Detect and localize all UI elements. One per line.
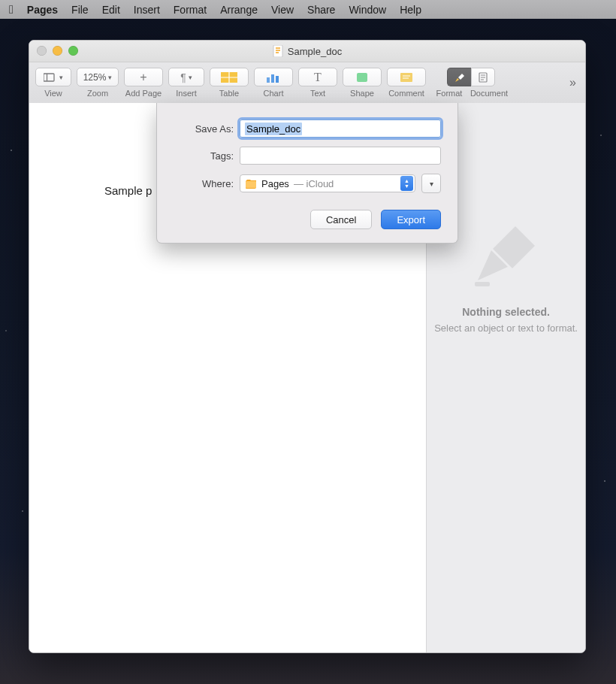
toolbar-document-button[interactable] <box>471 68 495 86</box>
toolbar-chart-button[interactable] <box>254 68 293 86</box>
window-title-text: Sample_doc <box>288 46 342 57</box>
menu-share[interactable]: Share <box>307 4 335 16</box>
folder-icon <box>245 179 257 189</box>
toolbar-comment-button[interactable] <box>387 68 426 86</box>
paintbrush-icon <box>454 72 466 83</box>
window-controls <box>37 46 78 56</box>
svg-rect-17 <box>475 282 490 286</box>
svg-rect-18 <box>246 181 256 188</box>
chevron-down-icon: ▾ <box>189 74 192 81</box>
menu-arrange[interactable]: Arrange <box>220 4 258 16</box>
toolbar-add-page-label: Add Page <box>125 89 162 98</box>
toolbar-view-label: View <box>44 89 62 98</box>
svg-rect-9 <box>357 73 367 82</box>
popup-arrows-icon: ▲▼ <box>400 176 413 191</box>
table-icon <box>221 72 237 83</box>
svg-rect-8 <box>276 76 279 83</box>
toolbar: ▾ View 125% ▾ Zoom + Add Page ¶ ▾ Insert <box>29 62 585 105</box>
menu-insert[interactable]: Insert <box>134 4 160 16</box>
menu-edit[interactable]: Edit <box>102 4 120 16</box>
svg-rect-0 <box>273 45 282 57</box>
menu-format[interactable]: Format <box>174 4 207 16</box>
document-text: Sample p <box>104 184 152 197</box>
brush-placeholder-icon <box>470 220 542 292</box>
app-menu[interactable]: Pages <box>27 4 58 16</box>
save-as-value: Sample_doc <box>245 123 302 135</box>
shape-icon <box>356 72 368 83</box>
toolbar-format-label: Format <box>431 89 467 98</box>
toolbar-table-label: Table <box>219 89 239 98</box>
toolbar-view-button[interactable]: ▾ <box>35 68 71 86</box>
text-icon: T <box>314 71 322 84</box>
system-menubar:  Pages File Edit Insert Format Arrange … <box>0 0 616 19</box>
toolbar-format-button[interactable] <box>447 68 471 86</box>
window-title: Sample_doc <box>273 45 342 57</box>
toolbar-overflow-button[interactable]: » <box>566 76 579 89</box>
document-icon <box>479 72 488 83</box>
toolbar-text-label: Text <box>310 89 325 98</box>
toolbar-document-label: Document <box>467 89 511 98</box>
document-icon <box>273 45 283 57</box>
save-sheet: Save As: Sample_doc Tags: Where: Pages —… <box>156 103 458 244</box>
expand-save-panel-button[interactable]: ▾ <box>421 174 441 193</box>
save-as-label: Save As: <box>174 123 234 135</box>
pilcrow-icon: ¶ <box>180 71 186 83</box>
chart-icon <box>265 72 282 83</box>
svg-rect-10 <box>400 73 412 82</box>
toolbar-comment-label: Comment <box>388 89 424 98</box>
svg-rect-6 <box>267 77 270 83</box>
where-location-suffix: — iCloud <box>294 178 334 189</box>
window-minimize-button[interactable] <box>53 46 62 56</box>
zoom-value: 125% <box>83 72 107 83</box>
toolbar-chart-label: Chart <box>264 89 284 98</box>
chevron-down-icon: ▾ <box>59 74 63 81</box>
menu-help[interactable]: Help <box>400 4 421 16</box>
plus-icon: + <box>140 71 146 84</box>
toolbar-zoom-button[interactable]: 125% ▾ <box>77 68 119 86</box>
tags-label: Tags: <box>174 150 234 162</box>
where-folder-name: Pages <box>261 178 289 189</box>
chevron-down-icon: ▾ <box>108 74 112 81</box>
toolbar-add-page-button[interactable]: + <box>124 68 163 86</box>
window-zoom-button[interactable] <box>68 46 78 56</box>
toolbar-insert-button[interactable]: ¶ ▾ <box>168 68 204 86</box>
export-button[interactable]: Export <box>381 210 441 229</box>
menu-file[interactable]: File <box>71 4 89 16</box>
inspector-empty-hint: Select an object or text to format. <box>434 322 578 334</box>
pages-window: Sample_doc ▾ View 125% ▾ Zoom + Add Page <box>29 40 586 653</box>
window-close-button[interactable] <box>37 46 47 56</box>
toolbar-shape-label: Shape <box>350 89 374 98</box>
apple-menu-icon[interactable]:  <box>9 4 14 16</box>
svg-rect-7 <box>271 74 274 83</box>
inspector-empty-title: Nothing selected. <box>462 306 550 318</box>
toolbar-table-button[interactable] <box>210 68 249 86</box>
svg-rect-1 <box>44 74 54 81</box>
window-titlebar: Sample_doc <box>29 41 585 62</box>
toolbar-inspector-group <box>447 68 495 86</box>
menu-view[interactable]: View <box>271 4 294 16</box>
view-icon <box>44 73 57 82</box>
where-popup[interactable]: Pages — iCloud ▲▼ <box>240 174 415 192</box>
tags-input[interactable] <box>240 147 441 165</box>
toolbar-shape-button[interactable] <box>343 68 382 86</box>
toolbar-insert-label: Insert <box>176 89 197 98</box>
cancel-button[interactable]: Cancel <box>310 210 372 229</box>
where-label: Where: <box>174 178 234 189</box>
save-as-input[interactable]: Sample_doc <box>240 120 441 138</box>
chevron-down-icon: ▾ <box>430 180 433 188</box>
toolbar-zoom-label: Zoom <box>87 89 108 98</box>
toolbar-text-button[interactable]: T <box>298 68 337 86</box>
menu-window[interactable]: Window <box>349 4 386 16</box>
comment-icon <box>400 72 413 83</box>
